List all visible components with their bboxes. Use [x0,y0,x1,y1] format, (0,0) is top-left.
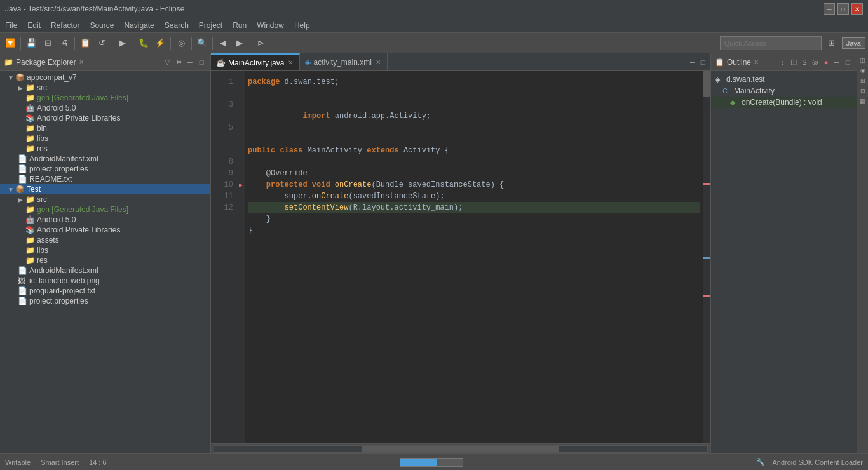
quick-access-area: ⊞ Java [269,36,865,51]
code-editor[interactable]: package d.swan.test; import android.app.… [245,71,703,443]
minimize-button[interactable]: ─ [824,3,835,15]
menu-file[interactable]: File [0,18,22,32]
tree-item-appcompat-bin[interactable]: 📁 bin [0,123,210,133]
toolbar-save[interactable]: 💾 [24,36,39,51]
tree-item-appcompat-project[interactable]: 📄 project.properties [0,164,210,174]
hide-static-button[interactable]: S [799,57,810,67]
open-perspective-button[interactable]: ⊞ [824,36,839,51]
tree-item-appcompat-gen[interactable]: 📁 gen [Generated Java Files] [0,93,210,103]
tree-item-test-privlibs[interactable]: 📚 Android Private Libraries [0,225,210,235]
menu-source[interactable]: Source [85,18,119,32]
toolbar-new[interactable]: 🔽 [3,36,18,51]
minimize-panel-button[interactable]: ─ [185,57,195,67]
toolbar-save-all[interactable]: ⊞ [40,36,55,51]
editor-maximize-button[interactable]: □ [698,57,708,67]
toolbar-sep-7 [212,37,213,50]
menu-edit[interactable]: Edit [22,18,46,32]
package-explorer-close-icon[interactable]: ✕ [79,58,84,65]
hscroll-thumb[interactable] [362,446,559,452]
tree-item-appcompat-src[interactable]: ▶ 📁 src [0,83,210,93]
collapse-marker-7[interactable]: − [236,145,245,156]
tree-item-test-src[interactable]: ▶ 📁 src [0,194,210,205]
progress-fill [400,459,438,466]
menu-help[interactable]: Help [289,18,315,32]
mini-btn-2[interactable]: ◉ [858,66,867,75]
tree-item-appcompat-libs[interactable]: 📁 libs [0,133,210,144]
info-scroll-marker [703,257,710,259]
quick-access-input[interactable] [720,36,822,50]
horizontal-scrollbar[interactable] [214,445,708,453]
maximize-outline-button[interactable]: □ [843,57,853,67]
mini-btn-5[interactable]: ▦ [858,97,867,105]
error-marker-10: ▶ [236,179,245,191]
toolbar-coverage[interactable]: ◎ [173,36,189,51]
hide-fields-button[interactable]: ◫ [789,57,799,67]
tree-item-test-project[interactable]: 📄 project.properties [0,296,210,306]
sort-button[interactable]: ↕ [778,57,788,67]
tree-item-test-libs[interactable]: 📁 libs [0,245,210,255]
tab-mainactivity-close[interactable]: ✕ [287,59,294,66]
tree-item-appcompat-android50[interactable]: 🤖 Android 5.0 [0,103,210,113]
mini-btn-4[interactable]: ⊡ [858,86,867,95]
tree-item-appcompat-privlibs[interactable]: 📚 Android Private Libraries [0,113,210,123]
toolbar-print[interactable]: 🖨 [57,36,72,51]
tree-item-test-proguard[interactable]: 📄 proguard-project.txt [0,286,210,296]
hide-nonpublic-button[interactable]: ◎ [810,57,820,67]
toolbar-profile[interactable]: ⚡ [153,36,168,51]
maximize-button[interactable]: □ [837,3,849,15]
toolbar-refresh[interactable]: ↺ [94,36,109,51]
vertical-scrollbar[interactable] [703,71,710,443]
minimize-outline-button[interactable]: ─ [832,57,842,67]
collapse-all-button[interactable]: ▽ [162,57,172,67]
tab-activity-main[interactable]: ◈ activity_main.xml ✕ [300,53,387,70]
outline-item-package[interactable]: ◈ d.swan.test [711,74,857,85]
toolbar-next-edit[interactable]: ⊳ [253,36,268,51]
toolbar-search[interactable]: 🔍 [194,36,210,51]
tree-item-appcompat[interactable]: ▼ 📦 appcompat_v7 [0,72,210,83]
line-numbers: 1 3 5 8 9 10 11 12 [211,71,236,443]
tab-mainactivity[interactable]: ☕ MainActivity.java ✕ [211,53,300,70]
outline-header: 📋 Outline ✕ ↕ ◫ S ◎ ● ─ □ [711,53,857,71]
java-perspective-button[interactable]: Java [842,37,865,49]
menu-navigate[interactable]: Navigate [119,18,159,32]
close-button[interactable]: ✕ [851,3,863,15]
code-line-3: import android.app.Activity; [248,99,700,133]
tree-item-label: proguard-project.txt [29,286,95,295]
link-editor-button[interactable]: ⇔ [173,57,184,67]
tree-item-test-gen[interactable]: 📁 gen [Generated Java Files] [0,205,210,215]
res-icon: 📁 [25,256,36,265]
scroll-thumb[interactable] [703,71,710,97]
window-title: Java - Test/src/d/swan/test/MainActivity… [5,4,824,13]
tab-activity-main-close[interactable]: ✕ [374,58,382,65]
toolbar-run-last[interactable]: ▶ [115,36,130,51]
maximize-panel-button[interactable]: □ [196,57,207,67]
window-controls[interactable]: ─ □ ✕ [824,3,863,15]
tree-item-test-android50[interactable]: 🤖 Android 5.0 [0,215,210,225]
tree-item-appcompat-readme[interactable]: 📄 README.txt [0,174,210,184]
tree-item-test-manifest[interactable]: 📄 AndroidManifest.xml [0,265,210,276]
menu-refactor[interactable]: Refactor [46,18,85,32]
mini-btn-3[interactable]: ⊞ [858,76,867,85]
outline-close-icon[interactable]: ✕ [754,58,759,65]
tree-item-test[interactable]: ▼ 📦 Test [0,184,210,194]
menu-window[interactable]: Window [252,18,289,32]
tree-item-appcompat-manifest[interactable]: 📄 AndroidManifest.xml [0,154,210,164]
toolbar-debug[interactable]: 🐛 [136,36,151,51]
tree-item-label: Android Private Libraries [37,114,120,123]
method-name: setContentView [285,202,349,213]
tree-item-test-ic-launcher[interactable]: 🖼 ic_launcher-web.png [0,276,210,286]
folder-icon: 📁 [25,124,36,133]
outline-item-mainactivity[interactable]: C MainActivity [711,85,857,97]
menu-search[interactable]: Search [159,18,194,32]
tree-item-appcompat-res[interactable]: 📁 res [0,144,210,154]
android-icon: 🤖 [25,215,36,224]
tree-item-test-assets[interactable]: 📁 assets [0,235,210,245]
outline-item-oncreate[interactable]: ◆ onCreate(Bundle) : void [711,97,857,108]
editor-minimize-button[interactable]: ─ [688,57,698,67]
menu-project[interactable]: Project [194,18,227,32]
toolbar-properties[interactable]: 📋 [78,36,93,51]
toolbar-back[interactable]: ◀ [215,36,231,51]
tree-item-test-res[interactable]: 📁 res [0,255,210,265]
toolbar-forward[interactable]: ▶ [232,36,247,51]
menu-run[interactable]: Run [227,18,252,32]
